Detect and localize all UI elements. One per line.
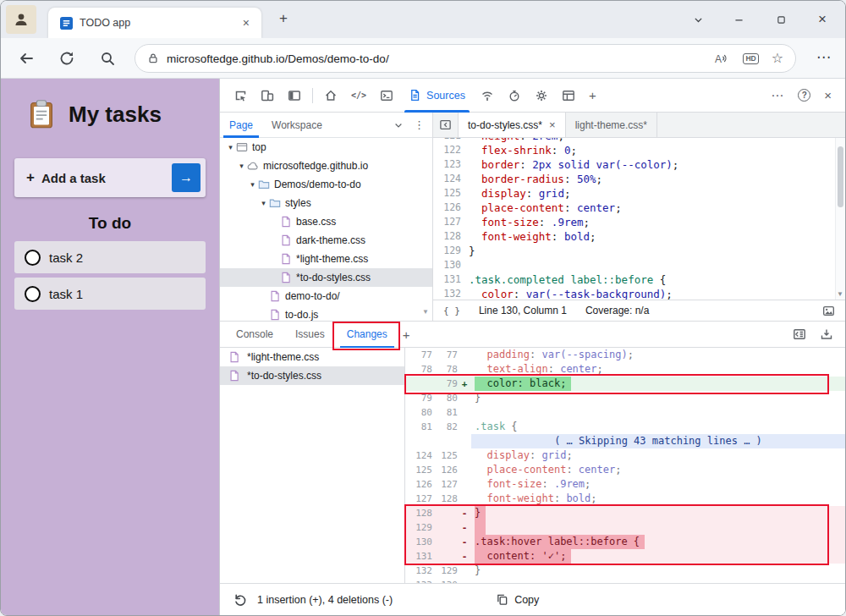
tree-item[interactable]: ▾top (220, 138, 432, 157)
editor-tab[interactable]: to-do-styles.css*× (459, 113, 566, 137)
task-checkbox[interactable] (25, 286, 41, 302)
dock-panel-icon[interactable] (281, 79, 308, 113)
diff-marker (458, 492, 471, 506)
open-in-sources-icon[interactable] (793, 327, 806, 341)
back-button[interactable] (18, 50, 35, 67)
navigator-menu-icon[interactable]: ⋮ (414, 118, 425, 131)
add-task-submit-button[interactable]: → (172, 163, 201, 192)
task-checkbox[interactable] (25, 250, 41, 266)
more-tools-plus-icon[interactable]: + (582, 79, 603, 113)
copy-icon (496, 593, 508, 606)
url-text[interactable]: microsoftedge.github.io/Demos/demo-to-do… (167, 52, 714, 65)
tree-item[interactable]: dark-theme.css (220, 231, 432, 250)
new-tab-button[interactable]: + (273, 10, 294, 29)
diff-marker (458, 362, 471, 377)
tree-item[interactable]: ▾microsoftedge.github.io (220, 157, 432, 175)
tree-scroll-down-icon[interactable]: ▼ (422, 308, 429, 316)
navigator-tab-page[interactable]: Page (220, 113, 262, 138)
tree-item[interactable]: *to-do-styles.css (220, 268, 432, 287)
code-text: border: 2px solid var(--color); (469, 157, 835, 172)
tree-item[interactable]: *light-theme.css (220, 250, 432, 268)
drawer-add-tab-icon[interactable]: + (403, 327, 410, 342)
scrollbar-thumb[interactable] (838, 146, 843, 207)
welcome-home-icon[interactable] (317, 79, 344, 113)
code-line: 126 place-content: center; (433, 201, 835, 215)
site-lock-icon[interactable] (147, 52, 159, 64)
diff-code: } (471, 564, 845, 578)
browser-menu-icon[interactable]: ⋯ (816, 48, 832, 66)
diff-new-line-number: 81 (432, 405, 458, 420)
elements-icon[interactable]: </> (344, 79, 373, 113)
editor-tab-close-icon[interactable]: × (549, 118, 556, 131)
tree-item[interactable]: ▾Demos/demo-to-do (220, 175, 432, 194)
changes-file-item[interactable]: *to-do-styles.css (220, 366, 404, 385)
address-bar[interactable]: microsoftedge.github.io/Demos/demo-to-do… (135, 44, 796, 73)
add-task-control[interactable]: + Add a task → (14, 158, 206, 197)
navigator-tab-workspace[interactable]: Workspace (262, 113, 332, 138)
hd-badge-icon[interactable]: HD (743, 53, 758, 64)
dock-drawer-icon[interactable] (820, 327, 833, 341)
settings-gear-icon[interactable] (528, 79, 555, 113)
help-icon[interactable]: ? (791, 79, 817, 113)
code-line: 130 (433, 258, 835, 272)
code-text (469, 258, 835, 272)
diff-change-band (475, 520, 486, 535)
cursor-position: Line 130, Column 1 (479, 305, 567, 316)
window-close-button[interactable]: × (805, 1, 840, 38)
diff-new-line-number: 80 (432, 391, 458, 405)
inspect-element-icon[interactable] (227, 79, 254, 113)
performance-icon[interactable] (501, 79, 528, 113)
drawer-tab-issues[interactable]: Issues (284, 321, 336, 348)
browser-tab[interactable]: TODO app × (48, 8, 261, 38)
media-icon[interactable] (822, 305, 835, 317)
device-toolbar-icon[interactable] (254, 79, 281, 113)
line-number: 127 (433, 215, 469, 229)
search-icon[interactable] (99, 50, 116, 67)
network-icon[interactable] (474, 79, 501, 113)
tree-expand-arrow-icon[interactable]: ▾ (225, 143, 236, 151)
devtools-menu-icon[interactable]: ⋯ (764, 79, 791, 113)
favorite-star-icon[interactable]: ☆ (772, 52, 783, 65)
profile-avatar[interactable] (6, 5, 36, 34)
navigator-toggle-icon[interactable] (433, 113, 459, 137)
diff-new-line-number: 78 (432, 362, 458, 377)
tab-list-chevron-icon[interactable] (683, 1, 713, 38)
task-item[interactable]: task 2 (14, 241, 206, 273)
tab-close-icon[interactable]: × (239, 16, 253, 30)
overflow-chevron-icon[interactable] (393, 120, 404, 130)
changes-file-item[interactable]: *light-theme.css (220, 348, 404, 366)
console-icon[interactable] (373, 79, 400, 113)
line-number: 130 (433, 258, 469, 272)
read-aloud-icon[interactable]: A (714, 52, 730, 65)
add-task-label: Add a task (41, 171, 172, 185)
editor-scrollbar[interactable]: ▼ (835, 138, 845, 300)
tree-item[interactable]: to-do.js (220, 305, 432, 321)
diff-new-line-number: 126 (432, 463, 458, 477)
maximize-button[interactable] (766, 1, 796, 38)
drawer-tab-changes[interactable]: Changes (336, 321, 398, 348)
drawer-tab-console[interactable]: Console (225, 321, 284, 348)
application-icon[interactable] (555, 79, 582, 113)
code-editor[interactable]: 121 height: 2rem;122 flex-shrink: 0;123 … (433, 138, 835, 300)
tree-item[interactable]: ▾styles (220, 194, 432, 212)
editor-scroll-down-icon[interactable]: ▼ (837, 290, 843, 298)
task-label: task 2 (49, 250, 83, 265)
devtools-close-icon[interactable]: × (817, 79, 838, 113)
tree-expand-arrow-icon[interactable]: ▾ (236, 162, 247, 170)
diff-marker: - (458, 549, 471, 564)
tree-item[interactable]: base.css (220, 212, 432, 231)
tree-expand-arrow-icon[interactable]: ▾ (258, 199, 269, 207)
pretty-print-icon[interactable]: { } (443, 305, 460, 316)
tree-expand-arrow-icon[interactable]: ▾ (247, 180, 258, 189)
tab-sources[interactable]: Sources (400, 79, 474, 113)
tree-item-label: dark-theme.css (296, 234, 365, 246)
tree-item[interactable]: demo-to-do/ (220, 287, 432, 305)
editor-tab[interactable]: light-theme.css* (566, 113, 657, 137)
copy-button[interactable]: Copy (496, 593, 539, 606)
task-item[interactable]: task 1 (14, 278, 206, 310)
diff-marker (458, 477, 471, 492)
minimize-button[interactable] (723, 1, 754, 38)
revert-icon[interactable] (233, 593, 247, 607)
refresh-button[interactable] (58, 50, 75, 67)
diff-row: 79+ color: black; (405, 377, 845, 391)
